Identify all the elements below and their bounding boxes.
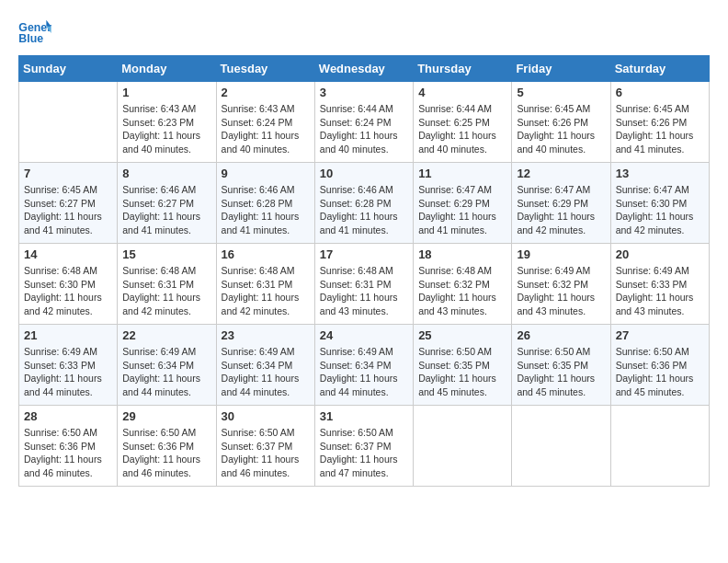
- day-info: Sunrise: 6:50 AMSunset: 6:35 PMDaylight:…: [418, 345, 506, 399]
- calendar-cell: 4Sunrise: 6:44 AMSunset: 6:25 PMDaylight…: [414, 82, 512, 163]
- day-info: Sunrise: 6:47 AMSunset: 6:30 PMDaylight:…: [616, 183, 704, 237]
- day-info: Sunrise: 6:48 AMSunset: 6:31 PMDaylight:…: [122, 264, 210, 318]
- day-number: 5: [517, 86, 605, 99]
- header-friday: Friday: [512, 56, 610, 82]
- day-info: Sunrise: 6:48 AMSunset: 6:30 PMDaylight:…: [24, 264, 112, 318]
- day-number: 22: [122, 328, 210, 342]
- calendar-cell: 7Sunrise: 6:45 AMSunset: 6:27 PMDaylight…: [19, 163, 118, 244]
- header-tuesday: Tuesday: [216, 56, 314, 82]
- calendar-week-1: 1Sunrise: 6:43 AMSunset: 6:23 PMDaylight…: [19, 82, 710, 163]
- header-saturday: Saturday: [610, 56, 709, 82]
- calendar-cell: 21Sunrise: 6:49 AMSunset: 6:33 PMDayligh…: [19, 325, 118, 406]
- calendar-cell: 9Sunrise: 6:46 AMSunset: 6:28 PMDaylight…: [216, 163, 314, 244]
- calendar-cell: 20Sunrise: 6:49 AMSunset: 6:33 PMDayligh…: [610, 244, 709, 325]
- day-info: Sunrise: 6:49 AMSunset: 6:32 PMDaylight:…: [517, 264, 605, 318]
- calendar-week-4: 21Sunrise: 6:49 AMSunset: 6:33 PMDayligh…: [19, 325, 710, 406]
- day-number: 8: [122, 167, 210, 180]
- calendar-cell: 18Sunrise: 6:48 AMSunset: 6:32 PMDayligh…: [414, 244, 512, 325]
- day-info: Sunrise: 6:49 AMSunset: 6:34 PMDaylight:…: [122, 345, 210, 399]
- day-number: 3: [320, 86, 408, 99]
- calendar-cell: 5Sunrise: 6:45 AMSunset: 6:26 PMDaylight…: [512, 82, 610, 163]
- calendar-cell: 15Sunrise: 6:48 AMSunset: 6:31 PMDayligh…: [118, 244, 216, 325]
- calendar-cell: 10Sunrise: 6:46 AMSunset: 6:28 PMDayligh…: [314, 163, 413, 244]
- calendar-header-row: SundayMondayTuesdayWednesdayThursdayFrid…: [19, 56, 710, 82]
- calendar-cell: 3Sunrise: 6:44 AMSunset: 6:24 PMDaylight…: [314, 82, 413, 163]
- calendar-cell: [512, 406, 610, 487]
- day-number: 13: [616, 167, 704, 180]
- day-number: 12: [517, 167, 605, 180]
- header-wednesday: Wednesday: [314, 56, 413, 82]
- day-number: 17: [320, 247, 408, 261]
- day-info: Sunrise: 6:49 AMSunset: 6:34 PMDaylight:…: [320, 345, 408, 399]
- calendar-cell: [19, 82, 118, 163]
- day-info: Sunrise: 6:49 AMSunset: 6:33 PMDaylight:…: [616, 264, 704, 318]
- day-number: 14: [24, 247, 112, 261]
- calendar-week-2: 7Sunrise: 6:45 AMSunset: 6:27 PMDaylight…: [19, 163, 710, 244]
- day-number: 21: [24, 328, 112, 342]
- day-info: Sunrise: 6:47 AMSunset: 6:29 PMDaylight:…: [517, 183, 605, 237]
- day-number: 11: [418, 167, 506, 180]
- day-info: Sunrise: 6:45 AMSunset: 6:26 PMDaylight:…: [616, 102, 704, 156]
- day-number: 30: [222, 409, 310, 423]
- page-header: General Blue: [18, 18, 710, 46]
- calendar-cell: 16Sunrise: 6:48 AMSunset: 6:31 PMDayligh…: [216, 244, 314, 325]
- day-info: Sunrise: 6:48 AMSunset: 6:31 PMDaylight:…: [320, 264, 408, 318]
- day-info: Sunrise: 6:50 AMSunset: 6:37 PMDaylight:…: [320, 426, 408, 480]
- day-info: Sunrise: 6:44 AMSunset: 6:25 PMDaylight:…: [418, 102, 506, 156]
- header-monday: Monday: [118, 56, 216, 82]
- day-info: Sunrise: 6:49 AMSunset: 6:34 PMDaylight:…: [222, 345, 310, 399]
- day-info: Sunrise: 6:43 AMSunset: 6:23 PMDaylight:…: [122, 102, 210, 156]
- day-number: 1: [122, 86, 210, 99]
- day-number: 24: [320, 328, 408, 342]
- day-number: 31: [320, 409, 408, 423]
- day-number: 10: [320, 167, 408, 180]
- day-info: Sunrise: 6:45 AMSunset: 6:26 PMDaylight:…: [517, 102, 605, 156]
- calendar-cell: 8Sunrise: 6:46 AMSunset: 6:27 PMDaylight…: [118, 163, 216, 244]
- calendar-cell: 23Sunrise: 6:49 AMSunset: 6:34 PMDayligh…: [216, 325, 314, 406]
- day-number: 9: [222, 167, 310, 180]
- day-number: 19: [517, 247, 605, 261]
- day-info: Sunrise: 6:49 AMSunset: 6:33 PMDaylight:…: [24, 345, 112, 399]
- calendar-cell: 22Sunrise: 6:49 AMSunset: 6:34 PMDayligh…: [118, 325, 216, 406]
- logo-icon: General Blue: [18, 18, 51, 46]
- day-number: 29: [122, 409, 210, 423]
- day-number: 28: [24, 409, 112, 423]
- calendar-cell: 1Sunrise: 6:43 AMSunset: 6:23 PMDaylight…: [118, 82, 216, 163]
- day-info: Sunrise: 6:50 AMSunset: 6:36 PMDaylight:…: [122, 426, 210, 480]
- svg-text:Blue: Blue: [18, 32, 43, 45]
- calendar-cell: 24Sunrise: 6:49 AMSunset: 6:34 PMDayligh…: [314, 325, 413, 406]
- calendar-cell: 2Sunrise: 6:43 AMSunset: 6:24 PMDaylight…: [216, 82, 314, 163]
- header-thursday: Thursday: [414, 56, 512, 82]
- calendar-cell: 13Sunrise: 6:47 AMSunset: 6:30 PMDayligh…: [610, 163, 709, 244]
- day-info: Sunrise: 6:50 AMSunset: 6:36 PMDaylight:…: [24, 426, 112, 480]
- calendar-table: SundayMondayTuesdayWednesdayThursdayFrid…: [18, 55, 710, 487]
- calendar-cell: 30Sunrise: 6:50 AMSunset: 6:37 PMDayligh…: [216, 406, 314, 487]
- calendar-cell: 28Sunrise: 6:50 AMSunset: 6:36 PMDayligh…: [19, 406, 118, 487]
- day-info: Sunrise: 6:50 AMSunset: 6:36 PMDaylight:…: [616, 345, 704, 399]
- calendar-cell: 25Sunrise: 6:50 AMSunset: 6:35 PMDayligh…: [414, 325, 512, 406]
- calendar-cell: [610, 406, 709, 487]
- day-info: Sunrise: 6:46 AMSunset: 6:28 PMDaylight:…: [320, 183, 408, 237]
- day-info: Sunrise: 6:43 AMSunset: 6:24 PMDaylight:…: [222, 102, 310, 156]
- day-number: 15: [122, 247, 210, 261]
- calendar-cell: 27Sunrise: 6:50 AMSunset: 6:36 PMDayligh…: [610, 325, 709, 406]
- day-number: 27: [616, 328, 704, 342]
- calendar-week-3: 14Sunrise: 6:48 AMSunset: 6:30 PMDayligh…: [19, 244, 710, 325]
- day-info: Sunrise: 6:46 AMSunset: 6:28 PMDaylight:…: [222, 183, 310, 237]
- calendar-cell: 6Sunrise: 6:45 AMSunset: 6:26 PMDaylight…: [610, 82, 709, 163]
- day-number: 7: [24, 167, 112, 180]
- calendar-cell: 17Sunrise: 6:48 AMSunset: 6:31 PMDayligh…: [314, 244, 413, 325]
- day-info: Sunrise: 6:48 AMSunset: 6:32 PMDaylight:…: [418, 264, 506, 318]
- logo: General Blue: [18, 18, 51, 46]
- calendar-cell: 31Sunrise: 6:50 AMSunset: 6:37 PMDayligh…: [314, 406, 413, 487]
- day-number: 2: [222, 86, 310, 99]
- day-number: 23: [222, 328, 310, 342]
- day-number: 26: [517, 328, 605, 342]
- day-info: Sunrise: 6:47 AMSunset: 6:29 PMDaylight:…: [418, 183, 506, 237]
- day-info: Sunrise: 6:50 AMSunset: 6:37 PMDaylight:…: [222, 426, 310, 480]
- day-number: 6: [616, 86, 704, 99]
- day-number: 4: [418, 86, 506, 99]
- day-number: 16: [222, 247, 310, 261]
- calendar-cell: 26Sunrise: 6:50 AMSunset: 6:35 PMDayligh…: [512, 325, 610, 406]
- header-sunday: Sunday: [19, 56, 118, 82]
